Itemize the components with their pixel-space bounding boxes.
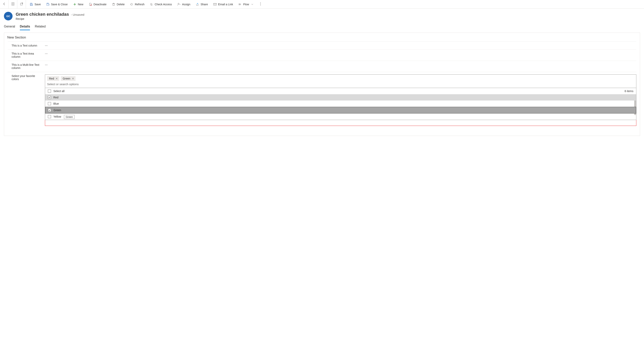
svg-rect-7	[30, 5, 32, 6]
avatar-initials: GC	[6, 15, 10, 18]
svg-rect-13	[113, 4, 114, 6]
svg-point-23	[260, 5, 261, 6]
form-selector-button[interactable]	[9, 0, 17, 9]
option-green[interactable]: Green	[45, 107, 636, 114]
field-favorite-colors: Select your favorite colors Red Green	[8, 72, 636, 136]
field-text-column: This is a Text column ---	[8, 42, 636, 50]
record-header: GC Green chicken enchiladas - Unsaved Re…	[0, 9, 644, 21]
option-label: Green	[54, 109, 61, 112]
tag-green: Green	[61, 76, 76, 81]
tooltip: Green	[64, 115, 74, 119]
flow-icon	[238, 3, 242, 6]
check-access-button[interactable]: Check Access	[147, 0, 174, 9]
multiselect-dropdown: Select all 6 items Red Blue	[45, 88, 636, 120]
assign-button[interactable]: Assign	[174, 0, 193, 9]
email-link-label: Email a Link	[218, 3, 233, 6]
option-yellow[interactable]: Yellow Green	[45, 114, 636, 120]
share-label: Share	[200, 3, 208, 6]
form-section: New Section This is a Text column --- Th…	[4, 33, 640, 136]
remove-tag-button[interactable]	[72, 77, 74, 80]
svg-point-16	[150, 3, 152, 5]
svg-line-17	[152, 5, 152, 6]
delete-button[interactable]: Delete	[109, 0, 127, 9]
selected-tags: Red Green	[45, 75, 636, 82]
refresh-icon	[130, 3, 133, 6]
new-button[interactable]: New	[70, 0, 86, 9]
select-all-row[interactable]: Select all 6 items	[45, 88, 636, 94]
option-label: Blue	[53, 102, 59, 105]
email-link-button[interactable]: Email a Link	[211, 0, 236, 9]
item-count: 6 items	[624, 90, 634, 93]
new-label: New	[78, 3, 83, 6]
entity-name: Recipe	[16, 17, 84, 21]
form-icon	[12, 2, 14, 6]
more-vertical-icon	[260, 2, 261, 6]
field-multiline-text: This is a Multi-line Text column ---	[8, 61, 636, 72]
tag-red: Red	[47, 76, 59, 81]
deactivate-button[interactable]: Deactivate	[86, 0, 109, 9]
save-close-icon	[46, 3, 50, 6]
field-label: Select your favorite colors	[8, 74, 45, 120]
command-bar: Save Save & Close New Deactivate Delete …	[0, 0, 644, 9]
save-button[interactable]: Save	[27, 0, 44, 9]
field-value[interactable]: ---	[45, 63, 636, 70]
refresh-label: Refresh	[135, 3, 144, 6]
popout-button[interactable]	[17, 0, 26, 9]
field-value[interactable]: ---	[45, 52, 636, 58]
option-red[interactable]: Red	[45, 94, 636, 101]
tab-general[interactable]: General	[4, 24, 15, 30]
svg-line-12	[91, 5, 92, 6]
plus-icon	[73, 3, 76, 6]
delete-label: Delete	[117, 3, 124, 6]
field-label: This is a Text column	[8, 44, 45, 47]
flow-label: Flow	[243, 3, 249, 6]
share-button[interactable]: Share	[193, 0, 210, 9]
field-label: This is a Multi-line Text column	[8, 63, 45, 70]
svg-rect-20	[214, 3, 216, 5]
refresh-button[interactable]: Refresh	[127, 0, 147, 9]
avatar: GC	[4, 12, 12, 21]
svg-point-22	[260, 4, 261, 4]
check-access-label: Check Access	[154, 3, 172, 6]
mail-icon	[214, 3, 216, 6]
checkbox-icon	[48, 115, 51, 118]
popout-icon	[20, 2, 23, 6]
tag-label: Red	[49, 77, 54, 80]
multiselect-search-input[interactable]: Select or search options	[45, 82, 636, 88]
checkbox-checked-icon	[48, 109, 51, 112]
option-label: Yellow	[53, 115, 61, 118]
checkbox-icon	[48, 102, 51, 105]
option-blue[interactable]: Blue	[45, 101, 636, 107]
section-title: New Section	[4, 33, 640, 42]
remove-tag-button[interactable]	[55, 77, 58, 80]
record-state: - Unsaved	[71, 13, 84, 16]
chevron-down-icon	[251, 3, 254, 6]
field-label: This is a Text Area column	[8, 52, 45, 58]
option-label: Red	[53, 96, 58, 99]
save-icon	[30, 3, 33, 6]
share-icon	[196, 3, 199, 6]
svg-rect-6	[31, 3, 32, 4]
checkbox-icon	[48, 90, 51, 93]
save-label: Save	[34, 3, 41, 6]
assign-icon	[177, 3, 180, 6]
multiselect-control[interactable]: Red Green Select or search optio	[45, 74, 636, 120]
back-button[interactable]	[0, 0, 9, 9]
form-tabs: General Details Related	[0, 21, 644, 30]
field-value[interactable]: ---	[45, 44, 636, 47]
select-all-label: Select all	[53, 90, 64, 93]
field-text-area: This is a Text Area column ---	[8, 50, 636, 61]
flow-button[interactable]: Flow	[236, 0, 256, 9]
tab-details[interactable]: Details	[20, 24, 30, 30]
save-close-button[interactable]: Save & Close	[44, 0, 70, 9]
overflow-menu-button[interactable]	[256, 2, 264, 6]
deactivate-label: Deactivate	[94, 3, 106, 6]
tab-related[interactable]: Related	[35, 24, 46, 30]
save-close-label: Save & Close	[51, 3, 68, 6]
back-arrow-icon	[3, 2, 6, 6]
svg-point-21	[260, 3, 261, 3]
deactivate-icon	[89, 3, 92, 6]
trash-icon	[112, 3, 115, 6]
svg-point-18	[178, 3, 179, 4]
svg-rect-8	[47, 3, 48, 4]
